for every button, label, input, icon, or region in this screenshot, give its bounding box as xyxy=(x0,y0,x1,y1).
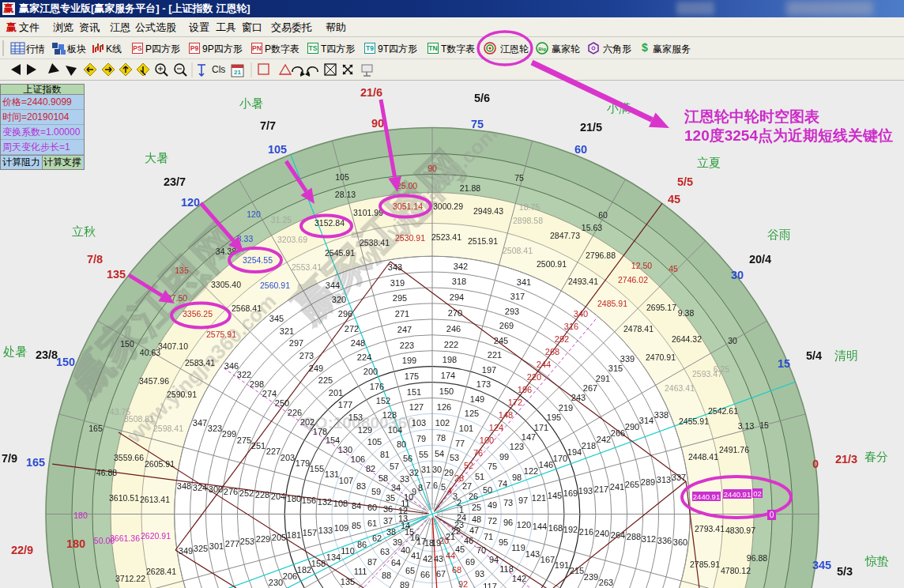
svg-text:251: 251 xyxy=(251,441,266,450)
svg-text:111: 111 xyxy=(354,567,367,576)
svg-text:84: 84 xyxy=(352,501,361,511)
svg-text:127: 127 xyxy=(409,402,424,412)
svg-text:8: 8 xyxy=(418,483,423,492)
svg-text:196: 196 xyxy=(518,385,532,394)
svg-text:244: 244 xyxy=(537,360,551,369)
svg-text:299: 299 xyxy=(222,429,236,439)
svg-text:296: 296 xyxy=(338,309,352,318)
svg-text:2590.91: 2590.91 xyxy=(167,390,197,399)
svg-text:154: 154 xyxy=(326,435,340,445)
svg-text:171: 171 xyxy=(534,423,548,432)
svg-text:3000.29: 3000.29 xyxy=(433,202,463,211)
svg-text:2847.73: 2847.73 xyxy=(550,231,580,240)
svg-text:44: 44 xyxy=(446,551,455,560)
svg-text:90: 90 xyxy=(371,117,384,130)
svg-text:62: 62 xyxy=(372,533,382,543)
svg-text:25: 25 xyxy=(472,503,481,512)
svg-text:181: 181 xyxy=(287,530,301,540)
svg-text:43.75: 43.75 xyxy=(110,407,130,416)
svg-text:150: 150 xyxy=(56,356,75,368)
svg-text:59: 59 xyxy=(371,487,381,496)
svg-text:2515.91: 2515.91 xyxy=(468,236,498,246)
svg-text:51: 51 xyxy=(475,472,484,481)
svg-text:68: 68 xyxy=(452,565,461,575)
svg-text:22/9: 22/9 xyxy=(11,544,33,556)
svg-text:246: 246 xyxy=(446,324,461,334)
svg-text:263: 263 xyxy=(599,578,613,587)
svg-text:168: 168 xyxy=(548,523,563,533)
svg-text:40: 40 xyxy=(401,545,410,555)
svg-text:28.13: 28.13 xyxy=(335,190,356,199)
svg-text:2785.91: 2785.91 xyxy=(690,560,720,569)
svg-text:143: 143 xyxy=(525,549,540,559)
svg-text:203: 203 xyxy=(281,453,295,462)
svg-text:30: 30 xyxy=(728,336,737,345)
svg-text:124: 124 xyxy=(489,423,503,432)
svg-text:2553.41: 2553.41 xyxy=(292,262,322,272)
svg-text:处暑: 处暑 xyxy=(3,345,27,358)
svg-text:346: 346 xyxy=(224,361,239,371)
svg-text:153: 153 xyxy=(348,413,363,422)
svg-text:60: 60 xyxy=(367,503,377,512)
svg-text:226: 226 xyxy=(288,408,302,417)
svg-text:5/5: 5/5 xyxy=(677,175,693,188)
svg-text:295: 295 xyxy=(393,293,407,303)
svg-text:288: 288 xyxy=(627,532,641,541)
svg-text:4780.12: 4780.12 xyxy=(721,566,751,575)
svg-text:3.13: 3.13 xyxy=(738,421,755,431)
svg-text:103: 103 xyxy=(412,418,426,428)
svg-text:147: 147 xyxy=(522,432,536,442)
svg-text:121: 121 xyxy=(532,493,546,503)
svg-text:56: 56 xyxy=(403,454,412,463)
svg-text:277: 277 xyxy=(225,539,239,548)
svg-text:202: 202 xyxy=(300,417,315,427)
svg-text:45: 45 xyxy=(455,545,465,554)
svg-text:21/5: 21/5 xyxy=(580,121,602,134)
svg-text:清明: 清明 xyxy=(834,349,858,362)
svg-text:82: 82 xyxy=(366,464,375,473)
svg-text:264: 264 xyxy=(611,530,625,540)
svg-text:343: 343 xyxy=(388,262,402,272)
svg-text:7/8: 7/8 xyxy=(87,253,103,266)
svg-text:43: 43 xyxy=(434,554,443,564)
svg-text:344: 344 xyxy=(326,281,340,290)
svg-text:2440.91: 2440.91 xyxy=(693,492,720,501)
svg-text:86: 86 xyxy=(357,540,367,549)
svg-text:120: 120 xyxy=(517,520,531,530)
svg-text:300: 300 xyxy=(209,484,223,494)
svg-text:239: 239 xyxy=(584,572,598,582)
svg-text:99: 99 xyxy=(499,452,509,462)
svg-text:2560.91: 2560.91 xyxy=(260,281,290,290)
svg-text:6: 6 xyxy=(433,481,438,490)
svg-text:2478.41: 2478.41 xyxy=(623,324,654,334)
svg-text:52: 52 xyxy=(464,461,473,470)
svg-text:7/7: 7/7 xyxy=(260,119,276,132)
svg-text:大暑: 大暑 xyxy=(145,151,168,164)
svg-text:78: 78 xyxy=(436,433,446,443)
svg-text:265: 265 xyxy=(625,480,639,489)
svg-text:小暑: 小暑 xyxy=(239,96,263,110)
svg-text:216: 216 xyxy=(579,527,593,537)
svg-text:50.00: 50.00 xyxy=(94,536,115,545)
svg-text:224: 224 xyxy=(357,352,371,362)
svg-text:130: 130 xyxy=(338,445,352,454)
svg-text:319: 319 xyxy=(390,278,405,288)
svg-text:3356.25: 3356.25 xyxy=(183,309,213,318)
svg-text:2542.61: 2542.61 xyxy=(708,406,738,416)
svg-text:66: 66 xyxy=(420,570,430,579)
svg-text:33: 33 xyxy=(400,474,409,484)
svg-text:182: 182 xyxy=(297,565,311,575)
svg-text:105: 105 xyxy=(335,172,349,182)
svg-text:105: 105 xyxy=(268,143,287,156)
svg-text:199: 199 xyxy=(402,356,416,365)
svg-text:7/9: 7/9 xyxy=(2,452,17,465)
svg-text:104: 104 xyxy=(388,425,402,435)
svg-text:40.63: 40.63 xyxy=(140,348,160,357)
svg-text:133: 133 xyxy=(318,526,333,535)
svg-text:150: 150 xyxy=(439,386,454,396)
svg-text:322: 322 xyxy=(237,370,251,379)
svg-text:290: 290 xyxy=(625,422,639,432)
svg-text:3051.14: 3051.14 xyxy=(393,202,423,211)
svg-text:135: 135 xyxy=(341,577,355,586)
svg-text:180: 180 xyxy=(66,537,85,550)
